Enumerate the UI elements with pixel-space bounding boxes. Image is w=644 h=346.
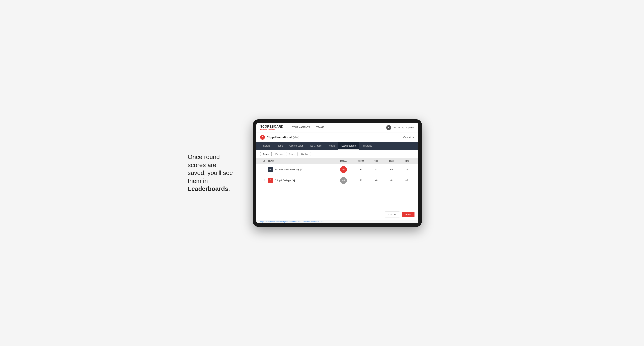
side-text-end: .	[228, 185, 230, 192]
row1-thru: F	[353, 168, 368, 171]
sub-nav: Teams Players Scores Strokes	[256, 150, 418, 158]
row2-thru: F	[353, 179, 368, 182]
header-total: TOTAL	[334, 160, 353, 163]
tab-course-setup[interactable]: Course Setup	[286, 142, 306, 150]
bottom-bar: Cancel Save	[256, 209, 418, 220]
header-rd1: RD1	[368, 160, 384, 163]
table-row: 1 SU Scoreboard University [A] -5 F -4 +…	[256, 164, 418, 175]
nav-tournaments[interactable]: TOURNAMENTS	[289, 123, 313, 133]
tournament-cancel-button[interactable]: Cancel ✕	[403, 136, 414, 139]
row2-team-logo: C	[268, 178, 273, 183]
header-rd3: RD3	[399, 160, 414, 163]
status-bar: https://stage-blue-coach.stagesscoreboar…	[256, 220, 418, 223]
header-rank: #	[260, 160, 268, 163]
header-rd2: RD2	[384, 160, 399, 163]
table-spacer	[256, 186, 418, 209]
sub-btn-scores[interactable]: Scores	[286, 152, 298, 156]
row1-total: -5	[334, 166, 353, 173]
logo-area: SCOREBOARD Powered by clippd	[260, 125, 284, 130]
user-name: Test User |	[393, 126, 404, 129]
row1-rd3: -6	[399, 168, 414, 171]
side-text-line2: scores are	[188, 162, 216, 169]
sign-out-link[interactable]: Sign out	[406, 126, 414, 129]
sub-btn-strokes[interactable]: Strokes	[299, 152, 311, 156]
header-thru: THRU	[353, 160, 368, 163]
sub-btn-players[interactable]: Players	[273, 152, 285, 156]
header-team: TEAM	[268, 160, 334, 163]
sub-btn-teams[interactable]: Teams	[260, 152, 272, 156]
nav-right: S Test User | Sign out	[386, 125, 414, 130]
logo-sub: Powered by clippd	[260, 128, 284, 130]
cancel-button[interactable]: Cancel	[385, 211, 400, 217]
tab-teams[interactable]: Teams	[274, 142, 286, 150]
top-nav: SCOREBOARD Powered by clippd TOURNAMENTS…	[256, 123, 418, 133]
tab-leaderboards[interactable]: Leaderboards	[338, 142, 359, 150]
row1-rd1: -4	[368, 168, 384, 171]
row1-total-badge: -5	[340, 166, 347, 173]
row1-team-logo: SU	[268, 167, 273, 172]
side-text-block: Once round scores are saved, you'll see …	[188, 153, 242, 193]
side-text-line1: Once round	[188, 154, 220, 160]
nav-teams[interactable]: TEAMS	[313, 123, 327, 133]
side-text-bold: Leaderboards	[188, 185, 228, 192]
tab-nav: Details Teams Course Setup Tee Groups Re…	[256, 142, 418, 150]
side-text-line3: saved, you'll see	[188, 169, 233, 176]
row1-rd2: +5	[384, 168, 399, 171]
tournament-gender: (Men)	[293, 136, 299, 139]
row1-team-name: Scoreboard University [A]	[275, 168, 303, 171]
row2-rd1: +8	[368, 179, 384, 182]
tournament-header: C Clippd Invitational (Men) Cancel ✕	[256, 133, 418, 142]
page-wrapper: Once round scores are saved, you'll see …	[188, 119, 456, 227]
row2-team-name: Clippd College [A]	[275, 179, 295, 182]
row2-team-cell: C Clippd College [A]	[268, 178, 334, 183]
tab-results[interactable]: Results	[324, 142, 338, 150]
side-text-line4: them in	[188, 177, 208, 184]
row2-total-badge: +3	[340, 177, 347, 184]
url-text: https://stage-blue-coach.stagesscoreboar…	[260, 220, 324, 223]
table-row: 2 C Clippd College [A] +3 F +8 -8 +3	[256, 175, 418, 186]
close-icon: ✕	[412, 136, 414, 139]
row2-total: +3	[334, 177, 353, 184]
row1-rank: 1	[260, 168, 268, 171]
tablet-frame: SCOREBOARD Powered by clippd TOURNAMENTS…	[253, 119, 422, 227]
tab-tee-groups[interactable]: Tee Groups	[306, 142, 324, 150]
table-header: # TEAM TOTAL THRU RD1 RD2 RD3	[256, 158, 418, 164]
tab-printables[interactable]: Printables	[359, 142, 375, 150]
tournament-icon: C	[260, 135, 265, 140]
user-avatar: S	[386, 125, 391, 130]
row2-rd2: -8	[384, 179, 399, 182]
row2-rank: 2	[260, 179, 268, 182]
tablet-screen: SCOREBOARD Powered by clippd TOURNAMENTS…	[256, 123, 418, 223]
leaderboard-table: # TEAM TOTAL THRU RD1 RD2 RD3 1 SU Score…	[256, 158, 418, 209]
row2-rd3: +3	[399, 179, 414, 182]
row1-team-cell: SU Scoreboard University [A]	[268, 167, 334, 172]
tab-details[interactable]: Details	[260, 142, 274, 150]
tournament-name: Clippd Invitational	[267, 136, 292, 139]
logo-text: SCOREBOARD	[260, 125, 284, 128]
save-button[interactable]: Save	[402, 212, 414, 217]
nav-links: TOURNAMENTS TEAMS	[289, 123, 386, 133]
